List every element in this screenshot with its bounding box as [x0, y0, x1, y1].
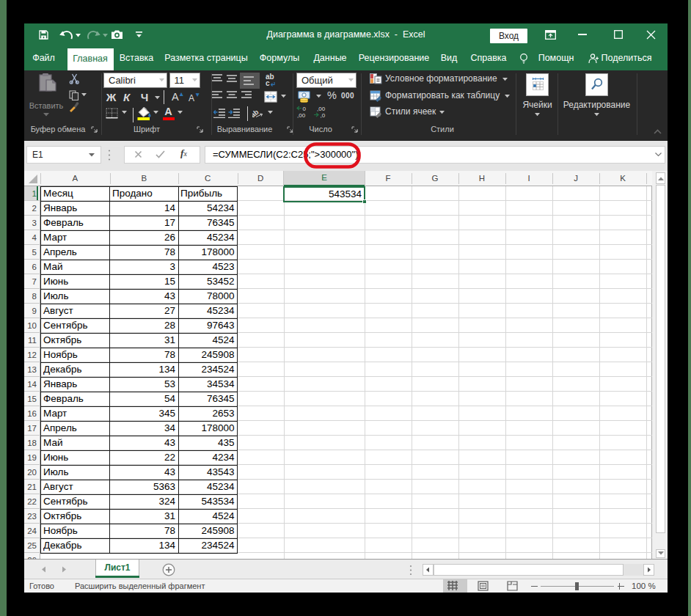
svg-text:,0: ,0	[321, 112, 326, 119]
svg-text:,00: ,00	[297, 112, 306, 119]
svg-text:c: c	[266, 79, 270, 87]
